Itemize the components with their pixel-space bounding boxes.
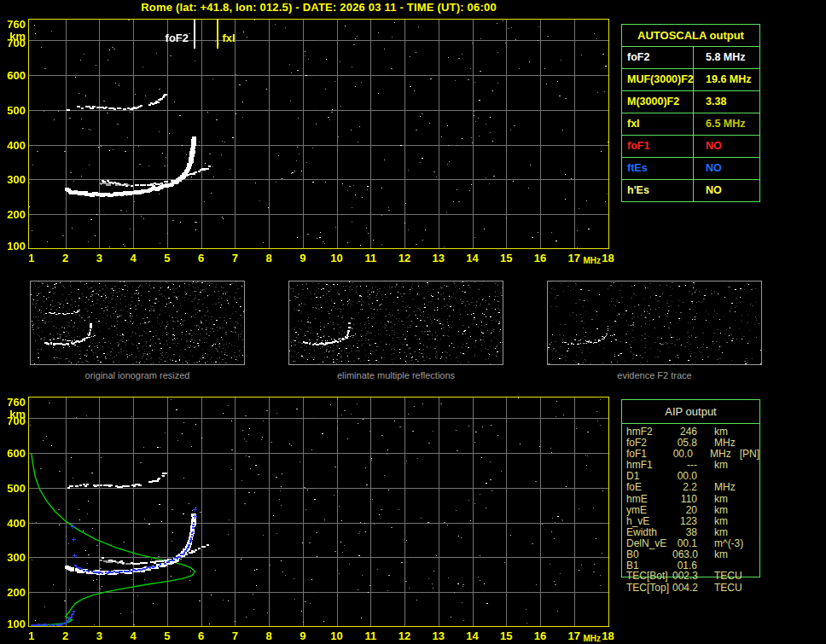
parameter-label: foF1	[622, 136, 694, 157]
top-ionogram-canvas	[29, 20, 608, 248]
aip-row-tecbot: TEC[Bot]002.3TECU	[622, 571, 765, 582]
bottom-ionogram-canvas	[29, 397, 608, 626]
thumbnail-evidence-canvas	[548, 281, 761, 364]
x-tick-label: 3	[88, 252, 110, 264]
x-tick-label: 6	[190, 252, 212, 264]
parameter-value: 19.6 MHz	[694, 69, 759, 90]
aip-label: Ewidth	[626, 527, 672, 538]
aip-output-table: AIP output hmF2246kmfoF205.8MHzfoF100.0M…	[621, 399, 760, 577]
thumbnail-original-ionogram	[30, 281, 245, 365]
thumbnail-caption-evidence: evidence F2 trace	[547, 370, 762, 380]
thumbnail-original-canvas	[31, 281, 244, 364]
x-tick-label: 14	[462, 252, 484, 264]
parameter-label: h'Es	[622, 180, 694, 201]
parameter-value: NO	[694, 180, 759, 201]
parameter-label: M(3000)F2	[622, 91, 694, 113]
x-tick-label: 11	[359, 252, 381, 264]
x-tick-label: 7	[224, 252, 246, 264]
aip-label: ymE	[626, 505, 672, 516]
aip-row-ewidth: Ewidth38km	[622, 527, 759, 538]
fof2-marker-label: foF2	[166, 32, 189, 44]
y-tick-label: 100	[0, 240, 26, 252]
aip-unit: MHz	[714, 482, 736, 493]
x-tick-label: 15	[495, 252, 517, 264]
parameter-label: ftEs	[622, 158, 694, 179]
aip-extra: [PN]	[740, 449, 759, 460]
x-axis-unit: MHz	[579, 634, 605, 643]
aip-row-tectop: TEC[Top]004.2TECU	[622, 583, 765, 594]
x-tick-label: 4	[122, 252, 144, 264]
fof2-marker-line	[194, 20, 195, 49]
bottom-ionogram-plot	[28, 397, 609, 627]
parameter-label: foF2	[622, 47, 694, 68]
y-tick-label: 760	[0, 396, 26, 409]
autoscala-row-fof2: foF25.8 MHz	[622, 46, 759, 68]
y-tick-label: 300	[0, 551, 26, 564]
x-tick-label: 1	[20, 252, 43, 264]
aip-row-hve: h_vE123km	[622, 516, 759, 527]
x-tick-label: 14	[462, 629, 484, 642]
autoscala-row-muf3000f2: MUF(3000)F219.6 MHz	[622, 68, 759, 90]
x-tick-label: 9	[292, 252, 314, 264]
x-tick-label: 8	[258, 252, 280, 264]
x-tick-label: 2	[55, 252, 77, 264]
aip-table-title: AIP output	[622, 400, 759, 424]
aip-value: 110	[672, 494, 697, 505]
aip-value: 38	[672, 527, 697, 538]
thumbnail-eliminate-reflections	[288, 281, 503, 365]
aip-value: 002.3	[672, 571, 697, 582]
parameter-value: 6.5 MHz	[694, 113, 759, 135]
fxi-marker-line	[217, 20, 218, 49]
thumbnail-caption-eliminate: eliminate multiple reflections	[288, 370, 503, 380]
parameter-value: 5.8 MHz	[694, 47, 759, 68]
x-tick-label: 2	[55, 629, 77, 642]
aip-row-yme: ymE20km	[622, 505, 759, 516]
x-tick-label: 13	[428, 629, 450, 642]
aip-unit: TECU	[714, 571, 742, 582]
autoscala-row-fof1: foF1NO	[622, 135, 759, 157]
aip-unit: km	[714, 460, 728, 471]
y-tick-label: 300	[0, 173, 26, 186]
aip-label: TEC[Bot]	[626, 571, 672, 582]
fxi-marker-label: fxI	[222, 32, 235, 44]
autoscala-row-hes: h'EsNO	[622, 179, 759, 201]
aip-unit: km	[714, 494, 728, 505]
x-tick-label: 12	[393, 252, 416, 264]
autoscala-row-ftes: ftEsNO	[622, 157, 759, 179]
x-tick-label: 7	[224, 629, 246, 642]
x-tick-label: 9	[292, 629, 314, 642]
aip-label: TEC[Top]	[626, 583, 672, 594]
aip-value: 123	[672, 516, 697, 527]
autoscala-window: Rome (lat: +41.8, lon: 012.5) - DATE: 20…	[0, 0, 826, 644]
aip-unit: km	[714, 516, 728, 527]
aip-value: 20	[672, 505, 697, 516]
thumbnail-evidence-f2	[547, 281, 762, 365]
y-tick-label: 400	[0, 517, 26, 530]
aip-unit: km	[714, 527, 728, 538]
x-tick-label: 5	[156, 629, 178, 642]
y-tick-label: 760	[0, 18, 26, 31]
y-axis-unit: km	[0, 408, 26, 421]
x-tick-label: 11	[359, 629, 381, 642]
aip-label: foE	[626, 482, 672, 493]
aip-label: hmE	[626, 494, 672, 505]
y-tick-label: 600	[0, 69, 26, 82]
aip-value: 2.2	[672, 482, 697, 493]
x-tick-label: 3	[88, 629, 110, 642]
autoscala-table-body: foF25.8 MHzMUF(3000)F219.6 MHzM(3000)F23…	[622, 46, 759, 201]
aip-unit: km	[714, 549, 728, 560]
x-tick-label: 5	[156, 252, 178, 264]
x-tick-label: 13	[428, 252, 450, 264]
parameter-value: 3.38	[694, 91, 759, 113]
autoscala-row-fxi: fxI6.5 MHz	[622, 113, 759, 135]
y-tick-label: 200	[0, 208, 26, 221]
aip-row-foe: foE2.2MHz	[622, 482, 759, 493]
x-tick-label: 6	[190, 629, 212, 642]
parameter-label: MUF(3000)F2	[622, 69, 694, 90]
y-tick-label: 500	[0, 482, 26, 495]
aip-row-hme: hmE110km	[622, 494, 759, 505]
autoscala-table-title: AUTOSCALA output	[622, 25, 759, 46]
y-axis-unit: km	[0, 30, 26, 43]
x-tick-label: 8	[258, 629, 280, 642]
aip-unit: km	[714, 505, 728, 516]
